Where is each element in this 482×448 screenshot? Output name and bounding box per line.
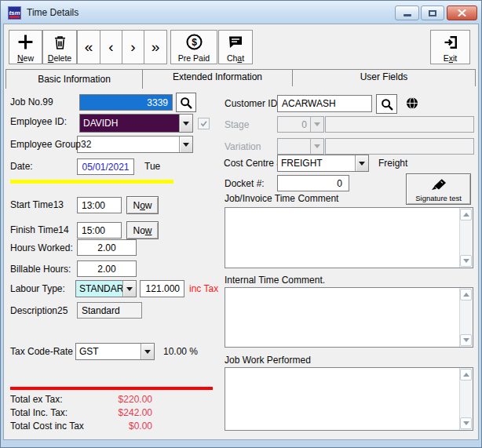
chat-button-label: Chat <box>227 53 244 63</box>
chevron-down-icon[interactable] <box>141 344 154 359</box>
scrollbar[interactable] <box>459 288 473 347</box>
date-label: Date: <box>10 161 33 172</box>
nav-previous-icon: ‹ <box>108 40 113 54</box>
job-search-button[interactable] <box>176 93 196 112</box>
hours-worked-input[interactable]: 2.00 <box>77 239 137 256</box>
pen-icon <box>429 177 449 191</box>
total-inc-tax-label: Total Inc. Tax: <box>10 407 68 418</box>
titlebar[interactable]: tsm Time Details <box>1 1 481 24</box>
close-button[interactable] <box>447 5 477 20</box>
tabstrip-top-line <box>143 69 476 70</box>
dollar-circle-icon: $ <box>185 33 203 51</box>
description-label: Description25 <box>10 305 68 316</box>
scroll-up-icon[interactable] <box>460 209 472 220</box>
billable-hours-input[interactable]: 2.00 <box>77 260 137 277</box>
job-work-performed-textarea[interactable] <box>225 367 473 431</box>
cost-centre-combo[interactable]: FREIGHT <box>277 155 369 172</box>
total-ex-tax-label: Total ex Tax: <box>10 394 62 405</box>
tax-code-combo[interactable]: GST <box>75 343 155 360</box>
nav-next-icon: › <box>130 40 135 54</box>
svg-text:$: $ <box>192 37 197 48</box>
labour-type-combo[interactable]: STANDARI <box>75 280 137 297</box>
chevron-down-icon[interactable] <box>179 137 192 152</box>
inc-tax-label: inc Tax <box>189 283 218 294</box>
search-icon <box>380 97 394 111</box>
cost-centre-description: Freight <box>378 158 407 169</box>
yellow-divider <box>10 180 173 184</box>
nav-first-icon: « <box>85 40 93 54</box>
cost-centre-label: Cost Centre 8 <box>224 158 282 169</box>
app-icon-stripe <box>9 16 20 18</box>
employee-group-combo[interactable] <box>77 136 193 153</box>
window-title: Time Details <box>27 7 79 18</box>
date-input[interactable]: 05/01/2021 <box>77 158 134 175</box>
start-time-label: Start Time13 <box>10 199 64 210</box>
customer-search-button[interactable] <box>376 94 397 114</box>
nav-next-button[interactable]: › <box>122 30 144 64</box>
scrollbar[interactable] <box>459 208 473 268</box>
delete-button[interactable]: Delete <box>42 30 77 64</box>
red-divider <box>10 387 213 390</box>
tab-user-fields[interactable]: User Fields <box>292 71 476 82</box>
maximize-button[interactable] <box>421 5 444 20</box>
chevron-down-icon[interactable] <box>355 155 368 171</box>
scroll-down-icon[interactable] <box>460 255 472 267</box>
prepaid-button-label: Pre Paid <box>178 53 210 63</box>
variation-combo <box>277 138 324 155</box>
exit-button[interactable]: Exit <box>430 30 470 64</box>
minimize-button[interactable] <box>395 5 419 20</box>
scrollbar[interactable] <box>459 368 473 430</box>
nav-last-button[interactable]: » <box>144 30 167 64</box>
labour-rate-input[interactable]: 121.000 <box>140 280 184 297</box>
prepaid-button[interactable]: $ Pre Paid <box>170 30 217 64</box>
start-time-input[interactable]: 13:00 <box>77 197 122 213</box>
nav-previous-button[interactable]: ‹ <box>100 30 122 64</box>
maximize-icon <box>429 10 436 16</box>
employee-id-combo[interactable]: DAVIDH <box>79 114 193 133</box>
globe-icon <box>406 97 418 110</box>
date-day-label: Tue <box>144 161 160 172</box>
job-no-input[interactable]: 3339 <box>79 94 173 111</box>
chevron-down-icon <box>310 139 323 154</box>
total-cost-inc-tax-label: Total Cost inc Tax <box>10 421 84 432</box>
hours-worked-label: Hours Worked: <box>10 242 73 253</box>
map-button[interactable] <box>406 97 418 113</box>
description-field: Standard <box>77 302 142 319</box>
new-button[interactable]: New <box>9 30 42 64</box>
exit-button-label: Exit <box>444 53 458 63</box>
scroll-down-icon[interactable] <box>460 417 472 429</box>
docket-input[interactable]: 0 <box>277 175 349 191</box>
customer-id-label: Customer ID1 <box>225 98 283 109</box>
finish-now-button[interactable]: Now <box>126 221 159 239</box>
chevron-down-icon[interactable] <box>179 115 192 132</box>
scroll-up-icon[interactable] <box>460 369 472 381</box>
labour-type-label: Labour Type: <box>10 283 65 294</box>
new-button-label: New <box>17 53 34 63</box>
start-now-button[interactable]: Now <box>126 196 159 214</box>
tax-code-label: Tax Code-Rate <box>10 346 73 357</box>
tab-extended-information[interactable]: Extended Information <box>143 71 292 82</box>
signature-button-label: Signature test <box>415 194 462 202</box>
chevron-down-icon[interactable] <box>122 281 136 297</box>
total-ex-tax-value: $220.00 <box>79 394 152 405</box>
minimize-icon <box>403 14 411 16</box>
trash-icon <box>53 35 67 50</box>
scroll-up-icon[interactable] <box>460 289 472 300</box>
scroll-down-icon[interactable] <box>460 334 472 346</box>
time-details-window: tsm Time Details New <box>0 0 482 448</box>
chat-bubble-icon <box>228 35 243 49</box>
customer-id-input[interactable]: ACARWASH <box>277 95 372 112</box>
chat-button[interactable]: Chat <box>218 30 253 64</box>
docket-label: Docket #: <box>225 178 265 189</box>
search-icon <box>179 96 193 110</box>
nav-first-button[interactable]: « <box>77 30 100 64</box>
tab-basic-information[interactable]: Basic Information <box>5 69 143 89</box>
total-cost-inc-tax-value: $0.00 <box>79 421 152 432</box>
internal-comment-textarea[interactable] <box>225 287 473 348</box>
job-invoice-comment-textarea[interactable] <box>225 207 473 268</box>
tax-rate-label: 10.00 % <box>163 346 198 357</box>
nav-last-icon: » <box>152 40 160 54</box>
signature-button[interactable]: Signature test <box>406 173 471 205</box>
delete-button-label: Delete <box>48 53 71 63</box>
finish-time-input[interactable]: 15:00 <box>77 222 122 239</box>
